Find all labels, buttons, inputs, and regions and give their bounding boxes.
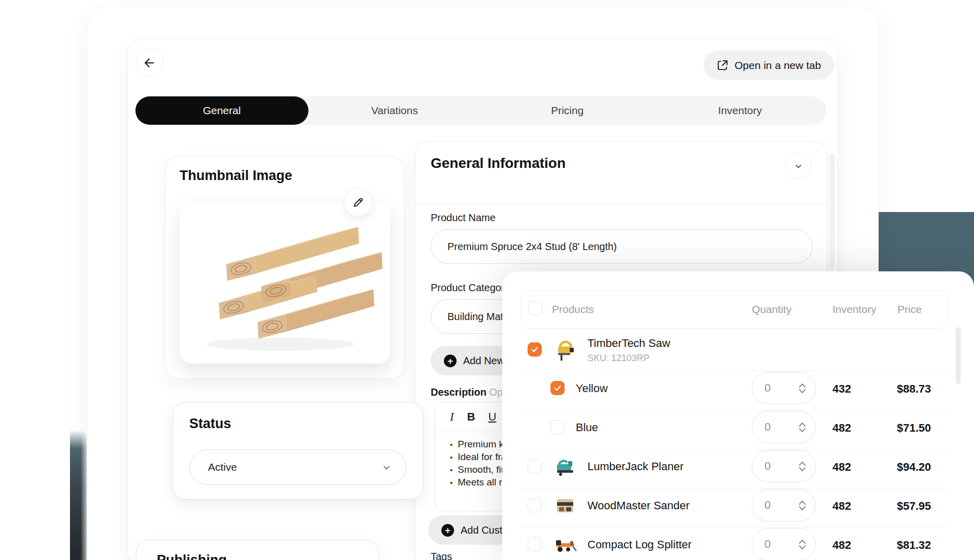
chevron-down-icon xyxy=(794,162,803,171)
tags-label: Tags xyxy=(431,551,452,560)
chevron-up-icon xyxy=(798,539,806,544)
product-name: TimberTech Saw xyxy=(587,337,670,350)
underline-icon[interactable]: U xyxy=(489,410,497,424)
product-name-label: Product Name xyxy=(431,212,496,224)
product-image-jigsaw xyxy=(553,337,578,363)
italic-icon[interactable]: I xyxy=(450,410,454,424)
quantity-stepper[interactable]: 0 xyxy=(752,528,816,560)
column-products: Products xyxy=(552,303,594,316)
stepper-arrows[interactable] xyxy=(798,500,806,511)
product-name: LumberJack Planer xyxy=(587,460,684,473)
tab-general[interactable]: General xyxy=(135,96,308,125)
quantity-stepper[interactable]: 0 xyxy=(752,489,816,521)
quantity-value[interactable]: 0 xyxy=(764,460,798,473)
tab-variations[interactable]: Variations xyxy=(308,96,481,125)
column-price: Price xyxy=(897,303,922,316)
quantity-value[interactable]: 0 xyxy=(764,499,798,512)
bold-icon[interactable]: B xyxy=(467,410,475,424)
tab-pricing[interactable]: Pricing xyxy=(481,96,654,125)
products-table-header: Products Quantity Inventory Price xyxy=(520,290,949,329)
variant-name: Yellow xyxy=(576,382,608,395)
pencil-icon xyxy=(352,196,364,208)
status-title: Status xyxy=(189,416,231,432)
row-checkbox[interactable] xyxy=(528,537,542,551)
chevron-up-icon xyxy=(798,383,806,388)
row-checkbox[interactable] xyxy=(528,498,542,512)
quantity-value[interactable]: 0 xyxy=(764,538,798,551)
product-sku: SKU: 12103RP xyxy=(587,353,670,364)
product-name: Compact Log Splitter xyxy=(587,538,691,551)
inventory-value: 482 xyxy=(832,461,851,474)
inventory-value: 432 xyxy=(832,382,851,396)
price-value: $94.20 xyxy=(897,461,931,474)
description-label: Description xyxy=(431,387,486,398)
product-image-sander xyxy=(553,493,578,518)
stepper-arrows[interactable] xyxy=(798,383,806,394)
chevron-down-icon xyxy=(798,389,806,394)
table-row[interactable]: Compact Log Splitter 0 482 $81.32 xyxy=(520,525,948,560)
stepper-arrows[interactable] xyxy=(798,422,806,433)
row-checkbox[interactable] xyxy=(528,342,542,357)
chevron-down-icon xyxy=(798,428,806,433)
table-row[interactable]: TimberTech Saw SKU: 12103RP xyxy=(520,330,948,369)
row-checkbox[interactable] xyxy=(550,420,565,434)
table-row[interactable]: Yellow 0 432 $88.73 xyxy=(520,369,948,408)
column-inventory: Inventory xyxy=(832,303,876,316)
product-name-cell: TimberTech Saw SKU: 12103RP xyxy=(587,337,670,364)
status-card: Status Active xyxy=(172,402,423,500)
stepper-arrows[interactable] xyxy=(798,539,806,550)
price-value: $71.50 xyxy=(897,422,931,435)
table-row[interactable]: LumberJack Planer 0 482 $94.20 xyxy=(520,447,948,486)
status-select[interactable]: Active xyxy=(189,449,406,485)
quantity-value[interactable]: 0 xyxy=(764,421,798,434)
inventory-value: 482 xyxy=(832,539,851,552)
open-in-new-tab-button[interactable]: Open in a new tab xyxy=(704,51,834,80)
quantity-stepper[interactable]: 0 xyxy=(752,372,816,404)
open-in-new-tab-label: Open in a new tab xyxy=(735,59,821,72)
thumbnail-image-frame xyxy=(180,201,390,364)
product-name-value: Premium Spruce 2x4 Stud (8' Length) xyxy=(447,241,617,253)
screen: Open in a new tab General Variations Pri… xyxy=(0,0,974,560)
status-value: Active xyxy=(208,461,237,473)
arrow-left-icon xyxy=(143,56,156,69)
inventory-value: 482 xyxy=(832,500,851,513)
table-row[interactable]: WoodMaster Sander 0 482 $57.95 xyxy=(520,486,948,525)
select-all-checkbox[interactable] xyxy=(528,301,542,316)
inventory-value: 482 xyxy=(832,422,851,435)
chevron-up-icon xyxy=(798,500,806,505)
quantity-stepper[interactable]: 0 xyxy=(752,411,816,443)
quantity-value[interactable]: 0 xyxy=(764,381,798,395)
publishing-title: Publishing xyxy=(157,552,227,560)
thumbnail-card: Thumbnail Image xyxy=(165,156,404,379)
row-checkbox[interactable] xyxy=(550,381,565,395)
plus-circle-icon: + xyxy=(444,355,457,367)
product-category-label: Product Category xyxy=(431,282,510,294)
table-row[interactable]: Blue 0 482 $71.50 xyxy=(520,408,948,447)
product-image-log-splitter xyxy=(553,532,578,557)
panel-scrollbar[interactable] xyxy=(956,327,961,384)
tab-bar: General Variations Pricing Inventory xyxy=(135,96,826,125)
section-divider xyxy=(415,204,827,204)
row-checkbox[interactable] xyxy=(528,459,542,473)
tab-inventory[interactable]: Inventory xyxy=(654,96,827,125)
general-information-title: General Information xyxy=(431,155,566,171)
product-name: WoodMaster Sander xyxy=(587,499,689,512)
product-name-input[interactable]: Premium Spruce 2x4 Stud (8' Length) xyxy=(431,229,813,264)
price-value: $57.95 xyxy=(897,500,931,513)
lumber-product-image xyxy=(186,209,384,356)
thumbnail-title: Thumbnail Image xyxy=(180,168,292,184)
stepper-arrows[interactable] xyxy=(798,461,806,472)
products-selection-panel: Products Quantity Inventory Price Timber… xyxy=(502,271,974,560)
external-link-icon xyxy=(717,59,728,71)
quantity-stepper[interactable]: 0 xyxy=(752,450,816,482)
price-value: $88.73 xyxy=(897,382,931,396)
content-scrollbar[interactable] xyxy=(830,153,834,269)
chevron-down-icon xyxy=(798,545,806,550)
description-label-row: Description Optio xyxy=(431,387,513,398)
chevron-down-icon xyxy=(798,467,806,472)
variant-name: Blue xyxy=(576,421,598,434)
edit-thumbnail-button[interactable] xyxy=(344,188,372,217)
chevron-up-icon xyxy=(798,422,806,427)
collapse-section-button[interactable] xyxy=(785,153,812,180)
back-button[interactable] xyxy=(135,49,164,77)
